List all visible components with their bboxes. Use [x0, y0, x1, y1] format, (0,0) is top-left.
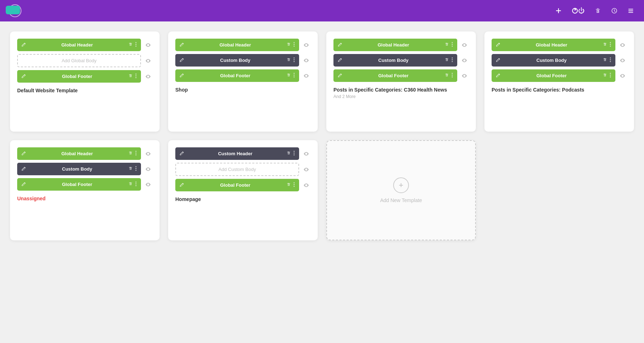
- eye-button[interactable]: [302, 72, 311, 80]
- svg-point-43: [136, 168, 137, 169]
- part-button-global-footer[interactable]: Global Footer: [17, 178, 141, 191]
- dots-icon[interactable]: [293, 57, 295, 63]
- trash-icon[interactable]: [444, 42, 449, 48]
- edit-icon: [338, 42, 342, 48]
- history-button[interactable]: [610, 6, 619, 15]
- power-button[interactable]: ⏻: [570, 6, 586, 16]
- eye-button[interactable]: [144, 72, 152, 81]
- part-button-global-footer[interactable]: Global Footer: [17, 70, 141, 83]
- svg-point-20: [294, 77, 295, 78]
- eye-button[interactable]: [302, 41, 311, 49]
- trash-icon[interactable]: [602, 58, 607, 63]
- eye-button[interactable]: [144, 165, 152, 173]
- dots-icon[interactable]: [452, 42, 453, 48]
- dots-icon[interactable]: [452, 57, 453, 63]
- eye-button[interactable]: [302, 165, 311, 174]
- trash-icon[interactable]: [128, 151, 132, 156]
- eye-button[interactable]: [618, 41, 627, 49]
- part-button-custom-header[interactable]: Custom Header: [175, 147, 299, 160]
- svg-point-27: [452, 73, 453, 74]
- trash-icon[interactable]: [286, 151, 291, 156]
- part-button-global-header[interactable]: Global Header: [333, 39, 457, 51]
- eye-button[interactable]: [302, 56, 311, 65]
- eye-button[interactable]: [144, 180, 152, 189]
- part-button-custom-body[interactable]: Custom Body: [17, 163, 141, 175]
- part-button-custom-body[interactable]: Custom Body: [333, 54, 457, 67]
- template-part-row: Global Footer: [492, 69, 627, 82]
- eye-button[interactable]: [302, 181, 311, 190]
- edit-icon: [496, 58, 501, 63]
- eye-button[interactable]: [460, 72, 469, 80]
- dots-icon[interactable]: [293, 182, 295, 188]
- eye-button[interactable]: [144, 57, 152, 65]
- svg-point-53: [294, 186, 295, 187]
- part-button-global-header[interactable]: Global Header: [492, 39, 615, 51]
- part-button-global-footer[interactable]: Global Footer: [492, 69, 615, 82]
- trash-icon[interactable]: [444, 73, 449, 78]
- dots-icon[interactable]: [610, 57, 611, 63]
- trash-icon[interactable]: [286, 182, 291, 188]
- add-body-placeholder[interactable]: Add Global Body: [17, 54, 141, 67]
- svg-point-15: [294, 58, 295, 59]
- dots-icon[interactable]: [135, 166, 137, 172]
- eye-button[interactable]: [144, 41, 152, 49]
- add-new-icon: +: [393, 177, 409, 193]
- add-new-template-card[interactable]: + Add New Template: [326, 140, 476, 240]
- trash-icon[interactable]: [128, 182, 132, 187]
- trash-icon[interactable]: [602, 42, 607, 48]
- part-label: Custom Body: [345, 58, 441, 63]
- part-button-global-footer[interactable]: Global Footer: [175, 179, 299, 191]
- dots-icon[interactable]: [135, 42, 137, 48]
- trash-icon[interactable]: [286, 73, 291, 78]
- sort-button[interactable]: [626, 6, 635, 15]
- dots-icon[interactable]: [293, 73, 295, 79]
- dots-icon[interactable]: [293, 42, 295, 48]
- template-part-row: Global Header: [333, 39, 469, 51]
- part-button-custom-body[interactable]: Custom Body: [492, 54, 615, 67]
- delete-all-button[interactable]: [593, 6, 602, 15]
- add-template-button[interactable]: [554, 6, 563, 15]
- trash-icon[interactable]: [128, 42, 132, 48]
- dots-icon[interactable]: [293, 151, 295, 157]
- trash-icon[interactable]: [286, 42, 291, 48]
- eye-button[interactable]: [144, 150, 152, 158]
- part-button-global-footer[interactable]: Global Footer: [333, 69, 457, 82]
- template-name: Posts in Specific Categories: C360 Healt…: [333, 87, 469, 93]
- edit-icon: [21, 166, 26, 172]
- dots-icon[interactable]: [135, 73, 137, 79]
- part-button-global-footer[interactable]: Global Footer: [175, 69, 299, 82]
- eye-button[interactable]: [460, 41, 469, 49]
- svg-point-26: [452, 61, 453, 62]
- part-button-global-header[interactable]: Global Header: [17, 39, 141, 51]
- trash-icon[interactable]: [128, 74, 132, 79]
- part-label: Global Footer: [503, 73, 600, 78]
- dots-icon[interactable]: [135, 181, 137, 187]
- eye-button[interactable]: [302, 150, 311, 158]
- svg-point-18: [294, 73, 295, 74]
- eye-button[interactable]: [618, 72, 627, 80]
- part-button-global-header[interactable]: Global Header: [17, 147, 141, 160]
- part-label: Custom Header: [187, 151, 283, 156]
- trash-icon[interactable]: [286, 58, 291, 63]
- add-body-row: Add Global Body: [17, 54, 152, 67]
- eye-button[interactable]: [460, 56, 469, 65]
- eye-button[interactable]: [618, 56, 627, 65]
- add-body-placeholder[interactable]: Add Custom Body: [175, 163, 299, 176]
- template-card-homepage: Custom Header Add Custom Body Global Foo…: [168, 140, 318, 240]
- svg-point-34: [610, 59, 611, 60]
- trash-icon[interactable]: [444, 58, 449, 63]
- svg-point-51: [294, 182, 295, 183]
- template-part-row: Custom Header: [175, 147, 311, 160]
- dots-icon[interactable]: [452, 73, 453, 79]
- edit-icon: [21, 182, 26, 187]
- plus-icon: +: [399, 181, 404, 190]
- part-button-global-header[interactable]: Global Header: [175, 39, 299, 51]
- part-label: Global Header: [29, 151, 125, 156]
- trash-icon[interactable]: [602, 73, 607, 78]
- dots-icon[interactable]: [135, 151, 137, 157]
- dots-icon[interactable]: [610, 73, 611, 79]
- part-button-custom-body[interactable]: Custom Body: [175, 54, 299, 67]
- part-label: Custom Body: [29, 166, 125, 172]
- dots-icon[interactable]: [610, 42, 611, 48]
- trash-icon[interactable]: [128, 166, 132, 172]
